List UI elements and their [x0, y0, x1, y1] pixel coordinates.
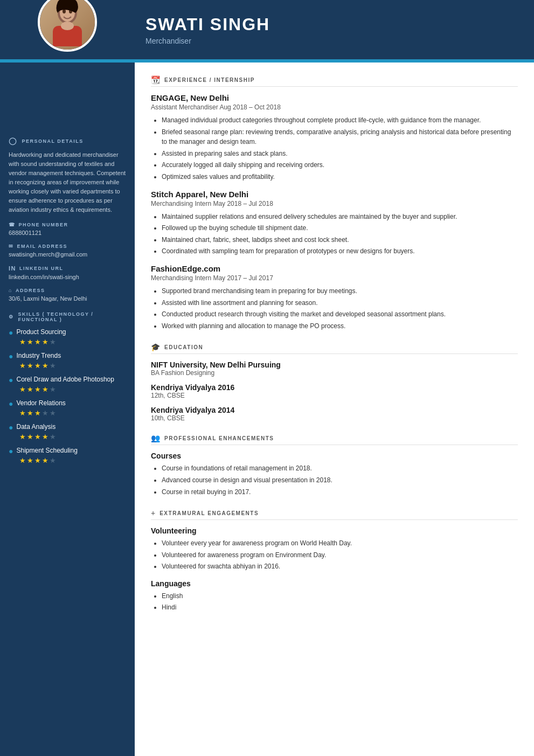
skill-name: Product Sourcing	[16, 328, 66, 337]
star-filled: ★	[34, 362, 41, 370]
company-name: FashionEdge.com	[151, 264, 518, 273]
skill-stars: ★★★★★	[19, 456, 126, 464]
star-filled: ★	[42, 433, 48, 441]
bullet-item: Maintained supplier relations and ensure…	[162, 212, 518, 222]
header-text: SWATI SINGH Merchandiser	[145, 15, 270, 45]
star-filled: ★	[19, 409, 26, 417]
course-item: Course in foundations of retail manageme…	[162, 463, 518, 474]
linkedin-value: linkedin.com/in/swati-singh	[9, 274, 126, 280]
bullet-item: Assisted with line assortment and planni…	[162, 298, 518, 308]
skill-stars: ★★★★★	[19, 338, 126, 346]
courses-title: Courses	[151, 452, 518, 460]
skill-bullet-icon: ●	[9, 447, 13, 455]
education-icon: 🎓	[151, 343, 160, 351]
star-filled: ★	[27, 385, 33, 393]
education-entries: NIFT University, New Delhi PursuingBA Fa…	[151, 360, 518, 422]
main-layout: ◯ PERSONAL DETAILS Hardworking and dedic…	[0, 63, 534, 756]
star-filled: ★	[19, 338, 26, 346]
skills-header: ⚙ SKILLS ( TECHNOLOGY / FUNCTIONAL )	[9, 311, 126, 322]
bullet-item: Coordinated with sampling team for prepa…	[162, 246, 518, 256]
skill-item: ●Corel Draw and Adobe Photoshop★★★★★	[9, 375, 126, 393]
courses-list: Course in foundations of retail manageme…	[151, 463, 518, 497]
candidate-name: SWATI SINGH	[145, 15, 270, 34]
star-filled: ★	[34, 456, 41, 464]
star-filled: ★	[19, 385, 26, 393]
star-filled: ★	[19, 362, 26, 370]
bullet-item: Maintained chart, fabric, sheet, labdips…	[162, 235, 518, 245]
person-icon: ◯	[9, 137, 18, 145]
education-section: 🎓 EDUCATION NIFT University, New Delhi P…	[151, 343, 518, 422]
skill-name: Vendor Relations	[16, 399, 65, 408]
edu-entry: Kendriya Vidyalya 201410th, CBSE	[151, 406, 518, 422]
skill-bullet-icon: ●	[9, 328, 13, 337]
star-filled: ★	[27, 456, 33, 464]
edu-school: NIFT University, New Delhi Pursuing	[151, 360, 518, 369]
edu-degree: BA Fashion Designing	[151, 369, 518, 377]
star-empty: ★	[50, 433, 56, 441]
bullet-item: Followed up the buying schedule till shi…	[162, 223, 518, 233]
skills-list: ●Product Sourcing★★★★★●Industry Trends★★…	[9, 328, 126, 464]
language-item: English	[162, 591, 518, 601]
email-value: swatisingh.merch@gmail.com	[9, 251, 126, 258]
skill-name: Corel Draw and Adobe Photoshop	[16, 375, 114, 384]
star-filled: ★	[42, 338, 48, 346]
star-filled: ★	[27, 362, 33, 370]
svg-point-5	[61, 22, 74, 30]
star-empty: ★	[50, 409, 56, 417]
experience-header: 📆 EXPERIENCE / INTERNSHIP	[151, 75, 518, 87]
star-filled: ★	[34, 409, 41, 417]
bullet-item: Managed individual product categories th…	[162, 115, 518, 126]
edu-entry: Kendriya Vidyalya 201612th, CBSE	[151, 383, 518, 399]
extramural-header: + EXTRAMURAL ENGAGEMENTS	[151, 509, 518, 520]
skill-stars: ★★★★★	[19, 385, 126, 393]
star-filled: ★	[34, 338, 41, 346]
job-bullets: Managed individual product categories th…	[151, 115, 518, 182]
main-content: 📆 EXPERIENCE / INTERNSHIP ENGAGE, New De…	[135, 63, 534, 756]
star-filled: ★	[42, 385, 48, 393]
edu-school: Kendriya Vidyalya 2014	[151, 406, 518, 414]
professional-icon: 👥	[151, 434, 160, 442]
star-filled: ★	[27, 409, 33, 417]
job-meta: Assistant Merchandiser Aug 2018 – Oct 20…	[151, 103, 518, 111]
star-empty: ★	[50, 362, 56, 370]
star-filled: ★	[34, 433, 41, 441]
star-filled: ★	[34, 385, 41, 393]
address-value: 30/6, Laxmi Nagar, New Delhi	[9, 295, 126, 302]
language-item: Hindi	[162, 602, 518, 613]
star-empty: ★	[50, 385, 56, 393]
job-bullets: Supported brand merchandising team in pr…	[151, 286, 518, 331]
volunteering-item: Volunteer every year for awareness progr…	[162, 538, 518, 549]
volunteering-item: Volunteered for awareness program on Env…	[162, 550, 518, 560]
job-bullets: Maintained supplier relations and ensure…	[151, 212, 518, 256]
education-header: 🎓 EDUCATION	[151, 343, 518, 354]
experience-entries: ENGAGE, New DelhiAssistant Merchandiser …	[151, 93, 518, 331]
bullet-item: Optimized sales values and profitability…	[162, 172, 518, 182]
linkedin-label-header: in Linkedin URL	[9, 265, 126, 272]
star-filled: ★	[19, 456, 26, 464]
edu-degree: 10th, CBSE	[151, 414, 518, 422]
professional-header: 👥 PROFESSIONAL ENHANCEMENTS	[151, 434, 518, 445]
languages-list: EnglishHindi	[151, 591, 518, 613]
experience-icon: 📆	[151, 75, 160, 84]
extramural-section: + EXTRAMURAL ENGAGEMENTS Volunteering Vo…	[151, 509, 518, 613]
company-name: ENGAGE, New Delhi	[151, 93, 518, 102]
skills-icon: ⚙	[9, 314, 14, 320]
job-meta: Merchandising Intern May 2017 – Jul 2017	[151, 274, 518, 282]
skill-bullet-icon: ●	[9, 352, 13, 360]
skill-stars: ★★★★★	[19, 362, 126, 370]
course-item: Course in retail buying in 2017.	[162, 487, 518, 497]
bullet-item: Worked with planning and allocation to m…	[162, 321, 518, 331]
phone-icon: ☎	[9, 222, 16, 227]
skill-name: Shipment Scheduling	[16, 446, 77, 455]
star-empty: ★	[50, 338, 56, 346]
star-filled: ★	[42, 456, 48, 464]
professional-title: PROFESSIONAL ENHANCEMENTS	[164, 435, 274, 441]
edu-entry: NIFT University, New Delhi PursuingBA Fa…	[151, 360, 518, 377]
skill-bullet-icon: ●	[9, 423, 13, 432]
skill-item: ●Product Sourcing★★★★★	[9, 328, 126, 346]
home-icon: ⌂	[9, 288, 12, 293]
course-item: Advanced course in design and visual pre…	[162, 475, 518, 485]
professional-section: 👥 PROFESSIONAL ENHANCEMENTS Courses Cour…	[151, 434, 518, 497]
company-name: Stitch Apparel, New Delhi	[151, 190, 518, 199]
svg-point-2	[63, 9, 66, 13]
